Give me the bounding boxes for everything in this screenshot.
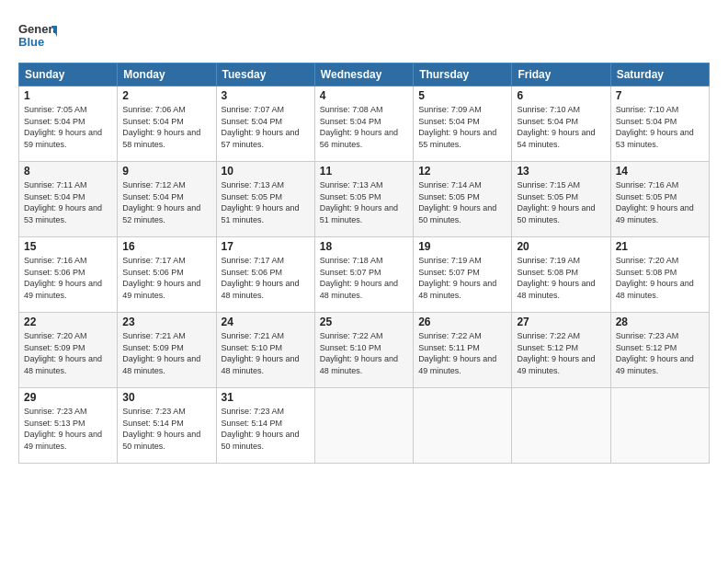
day-info: Sunrise: 7:20 AM Sunset: 5:08 PM Dayligh… xyxy=(616,255,704,301)
calendar-cell: 14 Sunrise: 7:16 AM Sunset: 5:05 PM Dayl… xyxy=(610,162,709,237)
calendar-cell: 13 Sunrise: 7:15 AM Sunset: 5:05 PM Dayl… xyxy=(512,162,610,237)
day-info: Sunrise: 7:23 AM Sunset: 5:14 PM Dayligh… xyxy=(222,406,310,452)
calendar-cell: 30 Sunrise: 7:23 AM Sunset: 5:14 PM Dayl… xyxy=(118,388,216,464)
calendar-week-4: 22 Sunrise: 7:20 AM Sunset: 5:09 PM Dayl… xyxy=(19,313,710,388)
page: General Blue SundayMondayTuesdayWednesda… xyxy=(0,0,728,563)
calendar-cell: 29 Sunrise: 7:23 AM Sunset: 5:13 PM Dayl… xyxy=(19,388,118,464)
day-info: Sunrise: 7:06 AM Sunset: 5:04 PM Dayligh… xyxy=(122,104,210,150)
day-number: 19 xyxy=(418,240,506,253)
day-number: 6 xyxy=(517,89,605,102)
calendar-cell: 19 Sunrise: 7:19 AM Sunset: 5:07 PM Dayl… xyxy=(414,237,512,313)
day-info: Sunrise: 7:13 AM Sunset: 5:05 PM Dayligh… xyxy=(222,179,310,225)
calendar-cell: 31 Sunrise: 7:23 AM Sunset: 5:14 PM Dayl… xyxy=(216,388,314,464)
day-number: 2 xyxy=(122,89,210,102)
day-info: Sunrise: 7:22 AM Sunset: 5:10 PM Dayligh… xyxy=(320,330,408,376)
calendar-cell: 26 Sunrise: 7:22 AM Sunset: 5:11 PM Dayl… xyxy=(414,313,512,388)
day-info: Sunrise: 7:19 AM Sunset: 5:07 PM Dayligh… xyxy=(418,255,506,301)
day-number: 22 xyxy=(24,316,112,328)
calendar-cell: 2 Sunrise: 7:06 AM Sunset: 5:04 PM Dayli… xyxy=(118,86,216,162)
day-number: 31 xyxy=(222,391,310,404)
calendar-cell xyxy=(314,388,413,464)
day-number: 5 xyxy=(418,89,506,102)
calendar-week-3: 15 Sunrise: 7:16 AM Sunset: 5:06 PM Dayl… xyxy=(19,237,710,313)
logo-icon: General Blue xyxy=(18,17,57,55)
svg-text:General: General xyxy=(18,22,57,36)
calendar-cell: 21 Sunrise: 7:20 AM Sunset: 5:08 PM Dayl… xyxy=(610,237,709,313)
calendar-cell xyxy=(610,388,709,464)
day-number: 14 xyxy=(616,165,704,178)
day-info: Sunrise: 7:23 AM Sunset: 5:12 PM Dayligh… xyxy=(616,330,704,376)
day-info: Sunrise: 7:09 AM Sunset: 5:04 PM Dayligh… xyxy=(418,104,506,150)
calendar-cell: 10 Sunrise: 7:13 AM Sunset: 5:05 PM Dayl… xyxy=(216,162,314,237)
col-header-saturday: Saturday xyxy=(610,63,709,86)
day-number: 17 xyxy=(222,240,310,253)
day-number: 15 xyxy=(24,240,112,253)
day-number: 11 xyxy=(320,165,408,178)
logo: General Blue xyxy=(18,17,57,55)
calendar-cell: 6 Sunrise: 7:10 AM Sunset: 5:04 PM Dayli… xyxy=(512,86,610,162)
calendar-cell: 3 Sunrise: 7:07 AM Sunset: 5:04 PM Dayli… xyxy=(216,86,314,162)
col-header-sunday: Sunday xyxy=(19,63,118,86)
day-info: Sunrise: 7:05 AM Sunset: 5:04 PM Dayligh… xyxy=(24,104,112,150)
day-info: Sunrise: 7:11 AM Sunset: 5:04 PM Dayligh… xyxy=(24,179,112,225)
day-number: 30 xyxy=(122,391,210,404)
day-info: Sunrise: 7:16 AM Sunset: 5:06 PM Dayligh… xyxy=(24,255,112,301)
calendar-header-row: SundayMondayTuesdayWednesdayThursdayFrid… xyxy=(19,63,710,86)
day-number: 26 xyxy=(418,316,506,328)
day-number: 4 xyxy=(320,89,408,102)
calendar-cell: 4 Sunrise: 7:08 AM Sunset: 5:04 PM Dayli… xyxy=(314,86,413,162)
calendar-cell: 16 Sunrise: 7:17 AM Sunset: 5:06 PM Dayl… xyxy=(118,237,216,313)
day-info: Sunrise: 7:07 AM Sunset: 5:04 PM Dayligh… xyxy=(222,104,310,150)
col-header-tuesday: Tuesday xyxy=(216,63,314,86)
day-number: 28 xyxy=(616,316,704,328)
day-info: Sunrise: 7:22 AM Sunset: 5:11 PM Dayligh… xyxy=(418,330,506,376)
day-info: Sunrise: 7:22 AM Sunset: 5:12 PM Dayligh… xyxy=(517,330,605,376)
day-number: 18 xyxy=(320,240,408,253)
day-info: Sunrise: 7:20 AM Sunset: 5:09 PM Dayligh… xyxy=(24,330,112,376)
calendar-cell: 27 Sunrise: 7:22 AM Sunset: 5:12 PM Dayl… xyxy=(512,313,610,388)
day-info: Sunrise: 7:12 AM Sunset: 5:04 PM Dayligh… xyxy=(122,179,210,225)
calendar-cell: 1 Sunrise: 7:05 AM Sunset: 5:04 PM Dayli… xyxy=(19,86,118,162)
logo-image: General Blue xyxy=(18,17,57,55)
calendar-cell: 9 Sunrise: 7:12 AM Sunset: 5:04 PM Dayli… xyxy=(118,162,216,237)
day-info: Sunrise: 7:13 AM Sunset: 5:05 PM Dayligh… xyxy=(320,179,408,225)
day-info: Sunrise: 7:21 AM Sunset: 5:10 PM Dayligh… xyxy=(222,330,310,376)
day-number: 25 xyxy=(320,316,408,328)
day-info: Sunrise: 7:17 AM Sunset: 5:06 PM Dayligh… xyxy=(222,255,310,301)
day-info: Sunrise: 7:23 AM Sunset: 5:14 PM Dayligh… xyxy=(122,406,210,452)
day-info: Sunrise: 7:10 AM Sunset: 5:04 PM Dayligh… xyxy=(616,104,704,150)
calendar-table: SundayMondayTuesdayWednesdayThursdayFrid… xyxy=(18,63,710,464)
calendar-cell: 20 Sunrise: 7:19 AM Sunset: 5:08 PM Dayl… xyxy=(512,237,610,313)
calendar-week-1: 1 Sunrise: 7:05 AM Sunset: 5:04 PM Dayli… xyxy=(19,86,710,162)
header: General Blue xyxy=(18,17,710,55)
day-info: Sunrise: 7:19 AM Sunset: 5:08 PM Dayligh… xyxy=(517,255,605,301)
calendar-cell: 18 Sunrise: 7:18 AM Sunset: 5:07 PM Dayl… xyxy=(314,237,413,313)
calendar-cell xyxy=(414,388,512,464)
col-header-friday: Friday xyxy=(512,63,610,86)
day-info: Sunrise: 7:23 AM Sunset: 5:13 PM Dayligh… xyxy=(24,406,112,452)
day-info: Sunrise: 7:10 AM Sunset: 5:04 PM Dayligh… xyxy=(517,104,605,150)
calendar-week-2: 8 Sunrise: 7:11 AM Sunset: 5:04 PM Dayli… xyxy=(19,162,710,237)
day-number: 13 xyxy=(517,165,605,178)
calendar-cell: 5 Sunrise: 7:09 AM Sunset: 5:04 PM Dayli… xyxy=(414,86,512,162)
calendar-cell: 24 Sunrise: 7:21 AM Sunset: 5:10 PM Dayl… xyxy=(216,313,314,388)
day-number: 20 xyxy=(517,240,605,253)
calendar-cell: 8 Sunrise: 7:11 AM Sunset: 5:04 PM Dayli… xyxy=(19,162,118,237)
day-info: Sunrise: 7:17 AM Sunset: 5:06 PM Dayligh… xyxy=(122,255,210,301)
day-info: Sunrise: 7:21 AM Sunset: 5:09 PM Dayligh… xyxy=(122,330,210,376)
calendar-cell: 22 Sunrise: 7:20 AM Sunset: 5:09 PM Dayl… xyxy=(19,313,118,388)
day-info: Sunrise: 7:16 AM Sunset: 5:05 PM Dayligh… xyxy=(616,179,704,225)
col-header-monday: Monday xyxy=(118,63,216,86)
calendar-cell: 12 Sunrise: 7:14 AM Sunset: 5:05 PM Dayl… xyxy=(414,162,512,237)
day-number: 1 xyxy=(24,89,112,102)
calendar-cell: 23 Sunrise: 7:21 AM Sunset: 5:09 PM Dayl… xyxy=(118,313,216,388)
col-header-thursday: Thursday xyxy=(414,63,512,86)
calendar-cell: 28 Sunrise: 7:23 AM Sunset: 5:12 PM Dayl… xyxy=(610,313,709,388)
day-info: Sunrise: 7:08 AM Sunset: 5:04 PM Dayligh… xyxy=(320,104,408,150)
day-info: Sunrise: 7:15 AM Sunset: 5:05 PM Dayligh… xyxy=(517,179,605,225)
calendar-cell: 11 Sunrise: 7:13 AM Sunset: 5:05 PM Dayl… xyxy=(314,162,413,237)
day-number: 8 xyxy=(24,165,112,178)
day-number: 10 xyxy=(222,165,310,178)
day-number: 29 xyxy=(24,391,112,404)
col-header-wednesday: Wednesday xyxy=(314,63,413,86)
